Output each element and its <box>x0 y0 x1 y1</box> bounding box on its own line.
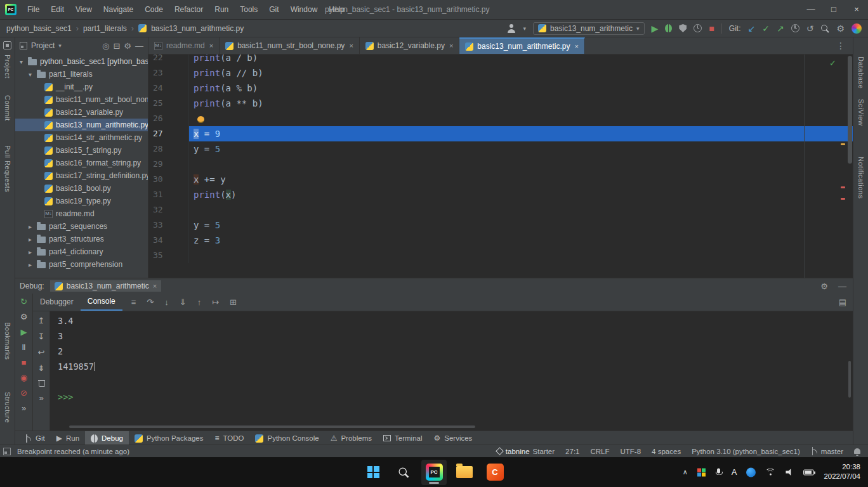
line-number[interactable]: 27 <box>148 126 189 141</box>
tree-item-file[interactable]: M↓readme.md <box>15 207 148 220</box>
file-encoding[interactable]: UTF-8 <box>621 448 641 455</box>
taskbar-c-app-button[interactable] <box>482 460 508 485</box>
scroll-to-end-icon[interactable]: ⇟ <box>38 363 45 373</box>
close-tab-icon[interactable]: × <box>349 42 353 49</box>
stripe-sciview[interactable]: SciView <box>857 99 865 126</box>
layout-menu-icon[interactable]: ≡ <box>131 297 136 307</box>
tree-item-folder[interactable]: ▾part1_literals <box>15 68 148 81</box>
taskbar-explorer-button[interactable] <box>452 460 477 485</box>
chevron-down-icon[interactable]: ▾ <box>523 25 526 32</box>
intention-bulb-icon[interactable] <box>197 116 204 123</box>
close-tab-icon[interactable]: × <box>574 42 578 50</box>
hide-panel-icon[interactable]: — <box>135 41 143 51</box>
python-interpreter[interactable]: Python 3.10 (python_basic_sec1) <box>692 448 800 455</box>
tabnine-widget[interactable]: tabnineStarter <box>497 448 555 455</box>
battery-icon[interactable] <box>803 469 814 475</box>
code-with-me-users-icon[interactable] <box>507 24 516 33</box>
debug-console-output[interactable]: 3.4 3 2 1419857 >>> <box>50 311 853 431</box>
line-number[interactable]: 33 <box>148 218 189 233</box>
console-horizontal-scrollbar[interactable] <box>69 425 475 428</box>
close-session-icon[interactable]: × <box>153 282 157 290</box>
project-panel-title[interactable]: Project <box>31 41 55 50</box>
coverage-button[interactable] <box>679 24 687 32</box>
line-number[interactable]: 23 <box>148 65 189 81</box>
run-to-cursor-icon[interactable]: ↦ <box>212 297 219 307</box>
console-vertical-scrollbar[interactable] <box>848 361 851 398</box>
tree-item-file[interactable]: basic18_bool.py <box>15 182 148 195</box>
soft-wrap-icon[interactable]: ↩ <box>38 347 45 357</box>
toolwindow-python-packages[interactable]: Python Packages <box>129 431 209 445</box>
stripe-project[interactable]: Project <box>4 55 11 79</box>
run-configuration-select[interactable]: basic13_num_arithmetic ▾ <box>533 22 645 35</box>
stripe-bookmarks[interactable]: Bookmarks <box>4 322 11 360</box>
git-branch-widget[interactable]: master <box>811 447 843 455</box>
pycharm-logo-icon[interactable] <box>5 4 16 15</box>
scroll-up-icon[interactable]: ↥ <box>38 316 45 325</box>
force-step-into-icon[interactable]: ⇓ <box>180 297 187 307</box>
tree-item-file[interactable]: basic14_str_arithmetic.py <box>15 131 148 144</box>
line-number[interactable]: 25 <box>148 96 189 111</box>
more-actions-icon[interactable]: » <box>22 403 26 413</box>
settings-gear-icon[interactable]: ⚙ <box>836 24 845 33</box>
line-number[interactable]: 32 <box>148 202 189 218</box>
ime-language-indicator[interactable]: A <box>732 467 737 477</box>
tool-windows-toggle-icon[interactable] <box>3 448 11 455</box>
tab-console[interactable]: Console <box>81 294 122 311</box>
stripe-database[interactable]: Database <box>857 56 865 89</box>
stripe-structure[interactable]: Structure <box>4 392 11 423</box>
tree-item-folder[interactable]: ▸part3_structures <box>15 233 148 245</box>
tree-item-file[interactable]: basic11_num_str_bool_none.py <box>15 93 148 106</box>
tree-item-folder[interactable]: ▸part4_dictionary <box>15 245 148 258</box>
locate-file-icon[interactable]: ◎ <box>102 41 109 51</box>
line-number[interactable]: 22 <box>148 55 189 65</box>
stripe-pull-requests[interactable]: Pull Requests <box>4 145 11 192</box>
search-everywhere-icon[interactable] <box>820 24 829 33</box>
run-button[interactable]: ▶ <box>652 24 659 33</box>
line-number[interactable]: 34 <box>148 233 189 248</box>
close-tab-icon[interactable]: × <box>209 42 213 49</box>
indent-setting[interactable]: 4 spaces <box>652 448 681 455</box>
tree-item-folder[interactable]: ▸part2_sequences <box>15 220 148 233</box>
microphone-icon[interactable] <box>715 468 722 476</box>
toolwindow-git[interactable]: Git <box>19 431 51 445</box>
git-push-icon[interactable]: ↗ <box>777 24 784 33</box>
git-history-icon[interactable] <box>791 24 799 32</box>
wifi-icon[interactable] <box>765 469 776 476</box>
tab-basic11[interactable]: basic11_num_str_bool_none.py× <box>220 37 360 54</box>
menu-tools[interactable]: Tools <box>234 0 263 19</box>
toolwindow-run[interactable]: ▶Run <box>51 431 85 445</box>
menu-edit[interactable]: Edit <box>45 0 70 19</box>
git-commit-icon[interactable]: ✓ <box>762 24 770 33</box>
inspections-ok-icon[interactable]: ✓ <box>829 58 836 68</box>
tree-item-root[interactable]: ▾python_basic_sec1 [python_basic]D: <box>15 55 148 68</box>
editor-scrollbar[interactable] <box>848 56 852 164</box>
scroll-down-icon[interactable]: ↧ <box>38 332 45 341</box>
tree-item-file[interactable]: basic19_type.py <box>15 195 148 207</box>
breadcrumb-folder[interactable]: part1_literals <box>83 24 127 33</box>
debug-session-tab[interactable]: basic13_num_arithmetic × <box>50 280 162 292</box>
account-avatar[interactable] <box>852 23 862 34</box>
evaluate-view-icon[interactable]: ⊞ <box>230 297 237 307</box>
tray-blue-app-icon[interactable] <box>746 467 756 477</box>
menu-git[interactable]: Git <box>263 0 284 19</box>
menu-navigate[interactable]: Navigate <box>98 0 139 19</box>
mute-breakpoints-icon[interactable]: ⊘ <box>20 388 27 398</box>
volume-icon[interactable] <box>786 469 794 476</box>
tree-item-file[interactable]: basic16_format_string.py <box>15 157 148 169</box>
code-editor[interactable]: 22print(a / b) 23print(a // b) 24print(a… <box>148 55 853 278</box>
menu-view[interactable]: View <box>70 0 98 19</box>
console-prompt[interactable]: >>> <box>58 389 853 405</box>
line-number[interactable]: 28 <box>148 141 189 157</box>
chevron-down-icon[interactable]: ▾ <box>58 42 62 49</box>
more-tabs-icon[interactable]: ⋮ <box>829 37 853 54</box>
line-number[interactable]: 30 <box>148 172 189 187</box>
toolwindow-todo[interactable]: ≡TODO <box>209 431 249 445</box>
line-number[interactable]: 31 <box>148 187 189 202</box>
close-button[interactable]: × <box>845 0 868 19</box>
breadcrumb-file[interactable]: basic13_num_arithmetic.py <box>151 24 244 33</box>
tree-item-file[interactable]: basic12_variable.py <box>15 106 148 119</box>
line-number[interactable]: 26 <box>148 111 189 126</box>
step-into-icon[interactable]: ↓ <box>164 297 169 307</box>
stop-process-icon[interactable]: ■ <box>22 358 27 367</box>
debug-button[interactable] <box>665 24 672 32</box>
